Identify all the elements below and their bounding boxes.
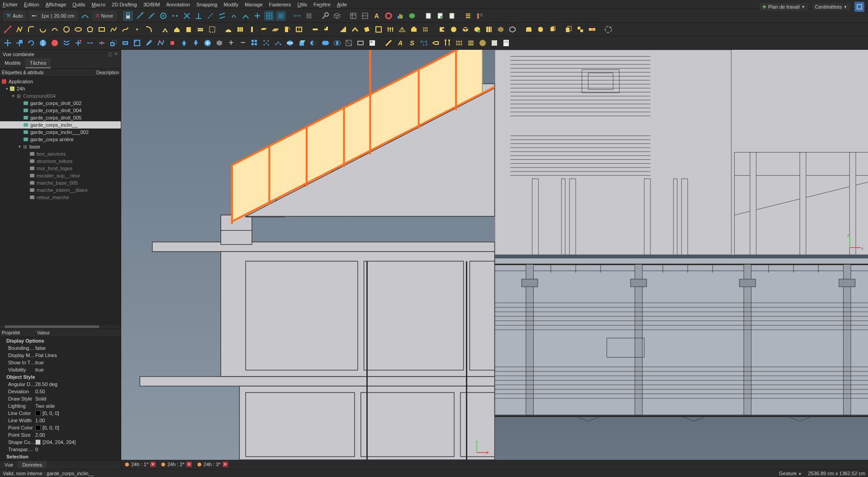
component-icon[interactable] [496,24,506,34]
tree-item[interactable]: escalier_sup__rieur [0,172,121,179]
beam-icon[interactable] [259,24,269,34]
tree-item[interactable]: mur_fond_loges [0,165,121,172]
curve-icon[interactable] [80,11,90,21]
snap-center-icon[interactable] [158,11,168,21]
prop-line-width[interactable]: Line Width1.00 [0,417,121,424]
viewport-2[interactable]: zx [495,50,868,255]
nav-style-dropdown[interactable]: Gesture ▼ [779,471,802,476]
prop-visibility[interactable]: Visibilitytrue [0,366,121,373]
prop-bounding-box[interactable]: Bounding B...false [0,344,121,352]
space-icon[interactable] [207,24,217,34]
snap-parallel-icon[interactable] [217,11,227,21]
snap-special-icon[interactable] [229,11,239,21]
pipe-icon[interactable] [310,24,320,34]
tree-item[interactable]: garde_corps arrière [0,136,121,143]
equipment-icon[interactable] [409,24,419,34]
curtain-wall-icon[interactable] [235,24,245,34]
snap-lock-icon[interactable] [123,11,133,21]
project-icon[interactable] [160,24,170,34]
prop-angular-deflection[interactable]: Angular De...28.50 deg [0,381,121,388]
toggle-grid-icon[interactable] [304,11,314,21]
arc-icon[interactable] [38,24,48,34]
prop-line-color[interactable]: Line Color[0, 0, 0] [0,410,121,417]
viewport-1[interactable]: zx [121,50,495,460]
plan-icon[interactable] [356,38,365,48]
building-icon[interactable] [184,24,194,34]
close-panel-icon[interactable]: ✕ [114,51,118,57]
roof-icon[interactable] [350,24,360,34]
add-icon[interactable] [203,38,213,48]
rotate-icon[interactable] [26,38,36,48]
ellipse-icon[interactable] [73,24,83,34]
box2-icon[interactable] [524,24,534,34]
bezier-icon[interactable] [120,24,130,34]
slab-icon[interactable] [270,24,280,34]
down-icon[interactable] [191,38,201,48]
tree-item-selected[interactable]: garde_corps_inclin__ [0,121,121,129]
tab-vue[interactable]: Vue [0,461,18,469]
line-style-button[interactable]: 1px | 20.00 cm [28,11,78,21]
viewport-3[interactable] [495,255,868,460]
point-icon[interactable] [132,24,142,34]
prop-deviation[interactable]: Deviation0.50 [0,388,121,395]
menu-macro[interactable]: Macro [91,2,105,7]
arc3pt-icon[interactable] [50,24,60,34]
snap-wp-icon[interactable] [276,11,286,21]
list-icon[interactable] [463,11,473,21]
material-icon[interactable] [449,24,459,34]
close-icon[interactable]: ✕ [223,462,228,467]
clone2-icon[interactable] [575,24,585,34]
prop-display-mode[interactable]: Display ModeFlat Lines [0,352,121,359]
line-icon[interactable] [3,24,13,34]
truss-icon[interactable] [397,24,407,34]
trim-icon[interactable] [73,38,83,48]
box4-icon[interactable] [547,24,557,34]
polygon-icon[interactable] [85,24,95,34]
stairs-icon[interactable] [338,24,348,34]
extrude-icon[interactable] [297,38,307,48]
scale-icon[interactable] [109,38,119,48]
move-icon[interactable] [3,38,13,48]
shape-builder-icon[interactable] [472,24,482,34]
prop-point-color[interactable]: Point Color[0, 0, 0] [0,424,121,431]
viewport-tab-2[interactable]: ⬢24h : 2*✕ [160,461,193,468]
prop-shape-color[interactable]: Shape Color[204, 204, 204] [0,439,121,446]
menu-manage[interactable]: Manage [245,2,263,7]
menu-edition[interactable]: Édition [24,2,39,7]
tree-hscroll[interactable] [0,325,121,329]
minus-icon-tool[interactable]: − [238,38,248,48]
split-icon[interactable] [97,38,107,48]
package-icon[interactable] [332,11,342,21]
chart-icon[interactable] [395,11,405,21]
up-icon[interactable] [179,38,189,48]
wire-icon[interactable] [14,24,24,34]
bspline-icon[interactable] [109,24,119,34]
level-icon[interactable] [195,24,205,34]
sheet-icon[interactable] [348,11,358,21]
subelement-icon[interactable] [156,38,166,48]
tab-tasks[interactable]: Tâches [25,58,51,68]
profile-icon[interactable] [437,24,447,34]
pipe-connector-icon[interactable] [322,24,332,34]
working-plane-dropdown[interactable]: ✚ Plan de travail ▼ [759,3,808,11]
tree-item[interactable]: structure_toiture [0,157,121,165]
array-polar-icon[interactable] [261,38,271,48]
rotation-icon[interactable] [603,24,613,34]
prop-transparency[interactable]: Transparency0 [0,446,121,453]
none-filter-button[interactable]: ⊘ None [92,11,117,21]
library-icon[interactable] [484,24,494,34]
section-plane-icon[interactable] [478,38,488,48]
menu-modify[interactable]: Modify [223,2,238,7]
menu-outils[interactable]: Outils [72,2,85,7]
box-icon[interactable] [460,24,470,34]
tab-donnees[interactable]: Données [18,461,47,469]
tree-item[interactable]: garde_corps_inclin___002 [0,129,121,136]
color-icon[interactable] [384,11,394,21]
union-icon[interactable] [320,38,330,48]
clone3-icon[interactable] [587,24,597,34]
frame-icon[interactable] [374,24,384,34]
hatch-icon[interactable] [489,38,499,48]
close-icon[interactable]: ✕ [186,462,192,467]
column-icon[interactable] [247,24,257,34]
fence-icon[interactable] [385,24,395,34]
